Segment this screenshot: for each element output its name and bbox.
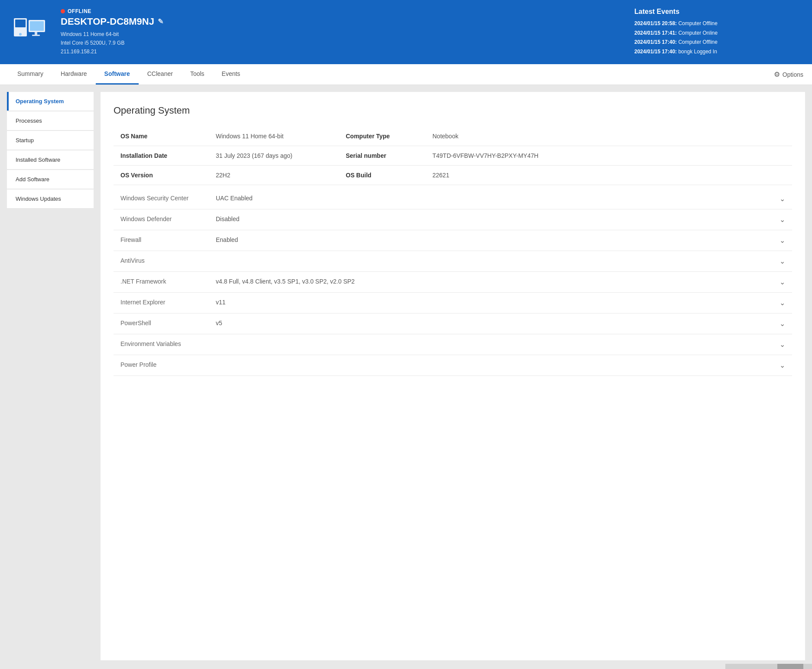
sidebar-item-operating-system[interactable]: Operating System	[7, 92, 94, 111]
tab-hardware[interactable]: Hardware	[52, 64, 96, 85]
sidebar-item-windows-updates[interactable]: Windows Updates	[7, 189, 94, 208]
expand-row-firewall[interactable]: Firewall Enabled ⌄	[114, 230, 792, 251]
status-dot	[61, 9, 65, 13]
expand-row-power-profile[interactable]: Power Profile ⌄	[114, 355, 792, 376]
sidebar-item-processes[interactable]: Processes	[7, 111, 94, 130]
basic-info-table: OS Name Windows 11 Home 64-bit Computer …	[114, 127, 792, 185]
tab-tools[interactable]: Tools	[182, 64, 213, 85]
value-powershell: v5	[209, 313, 726, 334]
value-dotnet: v4.8 Full, v4.8 Client, v3.5 SP1, v3.0 S…	[209, 272, 726, 293]
chevron-down-icon[interactable]: ⌄	[726, 189, 792, 209]
event-row-0: 2024/01/15 20:58: Computer Offline	[634, 19, 799, 29]
label-win-security: Windows Security Center	[114, 189, 209, 209]
label-firewall: Firewall	[114, 230, 209, 251]
gear-icon: ⚙	[774, 70, 780, 78]
event-row-3: 2024/01/15 17:40: bongk Logged In	[634, 47, 799, 57]
svg-rect-1	[15, 20, 26, 27]
event-desc-0: Computer Offline	[678, 20, 718, 26]
chevron-down-icon[interactable]: ⌄	[726, 251, 792, 272]
svg-rect-6	[32, 35, 40, 36]
svg-rect-5	[35, 32, 37, 35]
label-serial: Serial number	[339, 146, 425, 166]
value-serial: T49TD-6VFBW-VV7HY-B2PXY-MY47H	[425, 146, 792, 166]
device-icon	[13, 15, 48, 49]
device-name-text: DESKTOP-DC8M9NJ	[61, 16, 154, 27]
os-spec: Windows 11 Home 64-bit	[61, 30, 621, 39]
status-row: OFFLINE	[61, 8, 621, 14]
expand-row-antivirus[interactable]: AntiVirus ⌄	[114, 251, 792, 272]
cpu-spec: Intel Core i5 5200U, 7.9 GB	[61, 39, 621, 47]
options-label: Options	[783, 71, 803, 78]
main-layout: Operating System Processes Startup Insta…	[0, 85, 812, 667]
chevron-down-icon[interactable]: ⌄	[726, 334, 792, 355]
value-os-version: 22H2	[209, 166, 339, 185]
chevron-down-icon[interactable]: ⌄	[726, 293, 792, 313]
label-computer-type: Computer Type	[339, 127, 425, 146]
value-install-date: 31 July 2023 (167 days ago)	[209, 146, 339, 166]
status-text: OFFLINE	[68, 8, 91, 14]
chevron-down-icon[interactable]: ⌄	[726, 355, 792, 376]
label-os-version: OS Version	[114, 166, 209, 185]
tab-ccleaner[interactable]: CCleaner	[139, 64, 182, 85]
scrollbar[interactable]	[725, 664, 812, 667]
chevron-down-icon[interactable]: ⌄	[726, 313, 792, 334]
chevron-down-icon[interactable]: ⌄	[726, 272, 792, 293]
value-os-name: Windows 11 Home 64-bit	[209, 127, 339, 146]
label-dotnet: .NET Framework	[114, 272, 209, 293]
label-env-vars: Environment Variables	[114, 334, 209, 355]
latest-events: Latest Events 2024/01/15 20:58: Computer…	[634, 8, 799, 56]
value-computer-type: Notebook	[425, 127, 792, 146]
expand-row-ie[interactable]: Internet Explorer v11 ⌄	[114, 293, 792, 313]
edit-icon[interactable]: ✎	[158, 17, 163, 26]
device-name-row: DESKTOP-DC8M9NJ ✎	[61, 16, 621, 27]
events-title: Latest Events	[634, 8, 799, 16]
tab-software[interactable]: Software	[96, 64, 139, 85]
label-os-build: OS Build	[339, 166, 425, 185]
expand-row-defender[interactable]: Windows Defender Disabled ⌄	[114, 209, 792, 230]
value-env-vars	[209, 334, 726, 355]
sidebar-item-startup[interactable]: Startup	[7, 131, 94, 150]
event-time-0: 2024/01/15 20:58:	[634, 20, 677, 26]
event-desc-3: bongk Logged In	[678, 49, 717, 55]
table-row: OS Version 22H2 OS Build 22621	[114, 166, 792, 185]
content-panel: Operating System OS Name Windows 11 Home…	[101, 92, 805, 660]
label-powershell: PowerShell	[114, 313, 209, 334]
expand-row-security[interactable]: Windows Security Center UAC Enabled ⌄	[114, 189, 792, 209]
value-power-profile	[209, 355, 726, 376]
event-time-2: 2024/01/15 17:40:	[634, 39, 677, 45]
svg-point-2	[19, 33, 22, 36]
value-firewall: Enabled	[209, 230, 726, 251]
value-antivirus	[209, 251, 726, 272]
sidebar-item-add-software[interactable]: Add Software	[7, 170, 94, 189]
sidebar-item-installed-software[interactable]: Installed Software	[7, 150, 94, 169]
expand-row-powershell[interactable]: PowerShell v5 ⌄	[114, 313, 792, 334]
expand-row-dotnet[interactable]: .NET Framework v4.8 Full, v4.8 Client, v…	[114, 272, 792, 293]
event-time-1: 2024/01/15 17:41:	[634, 30, 677, 36]
svg-rect-4	[30, 21, 44, 31]
event-time-3: 2024/01/15 17:40:	[634, 49, 677, 55]
table-row: Installation Date 31 July 2023 (167 days…	[114, 146, 792, 166]
options-button[interactable]: ⚙ Options	[774, 70, 803, 78]
scrollbar-thumb[interactable]	[777, 664, 803, 667]
table-row: OS Name Windows 11 Home 64-bit Computer …	[114, 127, 792, 146]
nav-tabs: Summary Hardware Software CCleaner Tools…	[0, 64, 812, 85]
ip-spec: 211.169.158.21	[61, 47, 621, 56]
tab-events[interactable]: Events	[213, 64, 249, 85]
value-ie: v11	[209, 293, 726, 313]
value-defender: Disabled	[209, 209, 726, 230]
event-row-2: 2024/01/15 17:40: Computer Offline	[634, 38, 799, 47]
device-specs: Windows 11 Home 64-bit Intel Core i5 520…	[61, 30, 621, 56]
label-ie: Internet Explorer	[114, 293, 209, 313]
header: OFFLINE DESKTOP-DC8M9NJ ✎ Windows 11 Hom…	[0, 0, 812, 64]
label-os-name: OS Name	[114, 127, 209, 146]
value-os-build: 22621	[425, 166, 792, 185]
tab-summary[interactable]: Summary	[9, 64, 52, 85]
event-desc-1: Computer Online	[678, 30, 718, 36]
chevron-down-icon[interactable]: ⌄	[726, 209, 792, 230]
device-info: OFFLINE DESKTOP-DC8M9NJ ✎ Windows 11 Hom…	[61, 8, 621, 56]
content-title: Operating System	[114, 105, 792, 116]
expand-row-env-vars[interactable]: Environment Variables ⌄	[114, 334, 792, 355]
label-power-profile: Power Profile	[114, 355, 209, 376]
label-defender: Windows Defender	[114, 209, 209, 230]
chevron-down-icon[interactable]: ⌄	[726, 230, 792, 251]
